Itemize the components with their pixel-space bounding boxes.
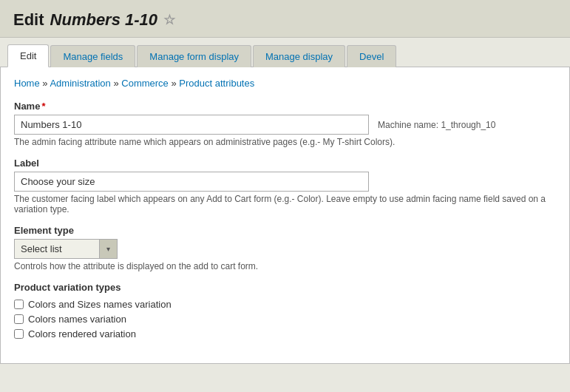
content-area: Home » Administration » Commerce » Produ… — [0, 67, 570, 364]
breadcrumb-home[interactable]: Home — [14, 78, 40, 89]
required-indicator: * — [41, 101, 45, 112]
page-title-prefix: Edit — [13, 10, 44, 30]
product-variation-group: Product variation types Colors and Sizes… — [14, 282, 556, 339]
variation-type-colors-names: Colors names variation — [14, 314, 556, 325]
tabs-bar: Edit Manage fields Manage form display M… — [0, 38, 570, 67]
variation-type-colors-sizes: Colors and Sizes names variation — [14, 299, 556, 310]
variation-colors-rendered-checkbox[interactable] — [14, 329, 24, 339]
variation-colors-names-checkbox[interactable] — [14, 314, 24, 324]
element-type-field-group: Element type Select list Checkboxes Radi… — [14, 225, 556, 271]
page-title: Edit Numbers 1-10 ☆ — [13, 10, 557, 30]
breadcrumb-commerce[interactable]: Commerce — [121, 78, 169, 89]
favorite-icon[interactable]: ☆ — [163, 12, 175, 28]
name-input[interactable] — [14, 115, 369, 135]
element-type-select-wrapper: Select list Checkboxes Radio buttons ▾ — [14, 239, 118, 259]
name-field-row: Machine name: 1_through_10 — [14, 115, 556, 135]
label-field-group: Label The customer facing label which ap… — [14, 158, 556, 214]
name-description: The admin facing attribute name which ap… — [14, 137, 556, 147]
name-field-group: Name* Machine name: 1_through_10 The adm… — [14, 101, 556, 147]
variation-colors-rendered-label: Colors rendered variation — [28, 328, 136, 339]
element-type-label: Element type — [14, 225, 556, 236]
page-title-main: Numbers 1-10 — [50, 10, 158, 30]
breadcrumb: Home » Administration » Commerce » Produ… — [14, 78, 556, 89]
element-type-description: Controls how the attribute is displayed … — [14, 261, 556, 271]
breadcrumb-product-attributes[interactable]: Product attributes — [179, 78, 254, 89]
element-type-select[interactable]: Select list Checkboxes Radio buttons — [15, 240, 117, 258]
name-label: Name* — [14, 101, 556, 112]
variation-type-colors-rendered: Colors rendered variation — [14, 328, 556, 339]
tab-manage-fields[interactable]: Manage fields — [50, 45, 135, 67]
variation-colors-sizes-checkbox[interactable] — [14, 300, 24, 309]
tab-devel[interactable]: Devel — [347, 45, 396, 67]
label-input[interactable] — [14, 172, 369, 192]
breadcrumb-administration[interactable]: Administration — [50, 78, 110, 89]
product-variation-title: Product variation types — [14, 282, 556, 293]
page-header: Edit Numbers 1-10 ☆ — [0, 0, 570, 38]
label-description: The customer facing label which appears … — [14, 194, 556, 214]
machine-name-label: Machine name: 1_through_10 — [378, 120, 495, 130]
variation-colors-sizes-label: Colors and Sizes names variation — [28, 299, 172, 310]
page-wrapper: Edit Numbers 1-10 ☆ Edit Manage fields M… — [0, 0, 570, 392]
label-label: Label — [14, 158, 556, 169]
variation-colors-names-label: Colors names variation — [28, 314, 126, 325]
tab-edit[interactable]: Edit — [7, 44, 49, 67]
tab-manage-display[interactable]: Manage display — [253, 45, 345, 67]
tab-manage-form-display[interactable]: Manage form display — [137, 45, 251, 67]
